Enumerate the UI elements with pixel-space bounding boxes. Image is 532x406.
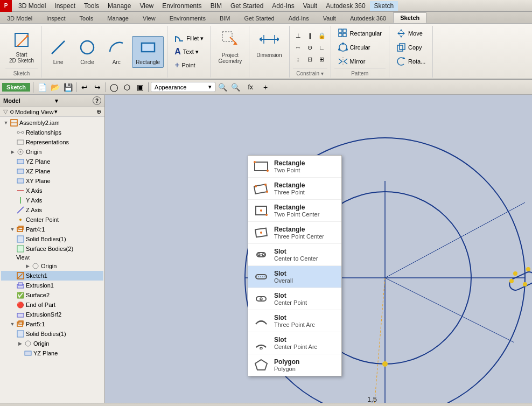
dropdown-item-slot-center-point-arc[interactable]: Slot Center Point Arc — [248, 332, 341, 354]
plus-btn[interactable]: + — [260, 81, 271, 93]
menu-inspect[interactable]: Inspect — [50, 1, 80, 11]
constrain-btn-4[interactable]: ↔ — [293, 42, 304, 53]
dimension-button[interactable]: Dimension — [253, 27, 285, 61]
fx-btn[interactable]: fx — [242, 81, 258, 93]
tree-xy-plane[interactable]: XY Plane — [1, 176, 103, 186]
view-settings-icon[interactable]: ⊕ — [96, 108, 101, 115]
tree-relationships[interactable]: Relationships — [1, 128, 103, 137]
constrain-btn-1[interactable]: ⊥ — [293, 30, 304, 41]
tab-autodesk-360[interactable]: Autodesk 360 — [343, 13, 393, 23]
tab-3d-model[interactable]: 3D Model — [0, 13, 39, 23]
dropdown-item-rect-three-point-center[interactable]: Rectangle Three Point Center — [248, 222, 341, 244]
tree-part4[interactable]: ▼ Part4:1 — [1, 225, 103, 234]
tree-yz-plane[interactable]: YZ Plane — [1, 157, 103, 166]
tree-origin[interactable]: ▶ Origin — [1, 147, 103, 157]
tree-representations[interactable]: Representations — [1, 137, 103, 147]
canvas-area[interactable]: 1,5 1,5 1,25 Rectangle Two Point — [105, 95, 532, 403]
copy-button[interactable]: Copy — [393, 41, 429, 54]
tab-vault[interactable]: Vault — [316, 13, 343, 23]
tree-z-axis[interactable]: Z Axis — [1, 205, 103, 215]
view-cube-btn[interactable]: ◯ — [108, 81, 120, 93]
constrain-btn-7[interactable]: ↕ — [293, 54, 304, 65]
tab-tools[interactable]: Tools — [73, 13, 101, 23]
tab-environments[interactable]: Environments — [163, 13, 213, 23]
tree-y-axis[interactable]: Y Axis — [1, 195, 103, 205]
open-btn[interactable]: 📂 — [49, 81, 61, 93]
zoom-btn[interactable]: 🔍 — [216, 81, 228, 93]
mirror-button[interactable]: Mirror — [334, 55, 386, 68]
redo-btn[interactable]: ↪ — [92, 81, 103, 93]
menu-autodesk-360[interactable]: Autodesk 360 — [321, 1, 369, 11]
tab-inspect[interactable]: Inspect — [39, 13, 72, 23]
zoom-out-btn[interactable]: 🔍 — [229, 81, 241, 93]
new-btn[interactable]: 📄 — [36, 81, 48, 93]
dropdown-item-rect-three-point[interactable]: Rectangle Three Point — [248, 178, 341, 200]
undo-btn[interactable]: ↩ — [79, 81, 90, 93]
menu-get-started[interactable]: Get Started — [226, 1, 268, 11]
rotate-button[interactable]: Rota... — [393, 55, 429, 68]
menu-tools[interactable]: Tools — [80, 1, 103, 11]
tab-add-ins[interactable]: Add-Ins — [282, 13, 316, 23]
start-2d-sketch-button[interactable]: Start2D Sketch — [5, 29, 38, 66]
tab-sketch[interactable]: Sketch — [393, 12, 426, 23]
text-button[interactable]: A Text ▾ — [171, 45, 202, 58]
constrain-btn-5[interactable]: ⊙ — [305, 42, 316, 53]
rectangular-button[interactable]: Rectangular — [334, 27, 386, 40]
project-geometry-button[interactable]: ProjectGeometry — [214, 27, 246, 67]
menu-add-ins[interactable]: Add-Ins — [268, 1, 298, 11]
save-btn[interactable]: 💾 — [62, 81, 74, 93]
menu-environments[interactable]: Environments — [158, 1, 206, 11]
constrain-btn-2[interactable]: ∥ — [305, 30, 316, 41]
dropdown-item-slot-overall[interactable]: Slot Overall — [248, 266, 341, 288]
dropdown-item-polygon[interactable]: Polygon Polygon — [248, 354, 341, 376]
tab-view[interactable]: View — [136, 13, 163, 23]
menu-sketch[interactable]: Sketch — [370, 1, 398, 11]
tree-extrusion-srf2[interactable]: ExtrusionSrf2 — [1, 310, 103, 319]
tree-end-of-part[interactable]: 🔴 End of Part — [1, 300, 103, 310]
menu-vault[interactable]: Vault — [299, 1, 321, 11]
constrain-btn-6[interactable]: ∟ — [317, 42, 327, 53]
dropdown-item-slot-center-point[interactable]: Slot Center Point — [248, 288, 341, 310]
tree-center-point[interactable]: Center Point — [1, 215, 103, 225]
tree-x-axis[interactable]: X Axis — [1, 186, 103, 195]
tree-yz-plane-part5[interactable]: YZ Plane — [1, 348, 103, 358]
circular-button[interactable]: Circular — [334, 41, 386, 54]
fillet-button[interactable]: Fillet ▾ — [171, 32, 207, 45]
tree-surface-bodies[interactable]: Surface Bodies(2) — [1, 244, 103, 254]
tree-sketch1[interactable]: Sketch1 — [1, 271, 103, 281]
circle-button[interactable]: Circle — [74, 36, 101, 68]
tree-assembly[interactable]: ▼ Assembly2.iam — [1, 118, 103, 128]
menu-manage[interactable]: Manage — [103, 1, 135, 11]
tab-bim[interactable]: BIM — [213, 13, 237, 23]
tab-manage[interactable]: Manage — [100, 13, 136, 23]
point-button[interactable]: + Point — [171, 59, 199, 72]
menu-3d-model[interactable]: 3D Model — [14, 1, 50, 11]
tree-view[interactable]: View: — [1, 254, 103, 261]
sidebar-dropdown-icon[interactable]: ▾ — [55, 97, 58, 104]
rectangle-button[interactable]: Rectangle — [132, 36, 164, 68]
dropdown-item-slot-three-point-arc[interactable]: Slot Three Point Arc — [248, 310, 341, 332]
view-btn-3[interactable]: ▣ — [134, 81, 146, 93]
tree-origin-sub[interactable]: ▶ Origin — [1, 261, 103, 271]
tree-xz-plane[interactable]: XZ Plane — [1, 166, 103, 176]
menu-view[interactable]: View — [135, 1, 158, 11]
move-button[interactable]: Move — [393, 27, 429, 40]
tree-origin-part5[interactable]: ▶ Origin — [1, 339, 103, 348]
view-btn-2[interactable]: ⬡ — [121, 81, 133, 93]
view-dropdown-icon[interactable]: ▾ — [54, 108, 58, 115]
constrain-btn-9[interactable]: ⊞ — [317, 54, 327, 65]
constrain-btn-8[interactable]: ⊡ — [305, 54, 316, 65]
tree-extrusion1[interactable]: Extrusion1 — [1, 281, 103, 290]
dropdown-item-slot-center-center[interactable]: Slot Center to Center — [248, 244, 341, 266]
dropdown-item-rect-two-point-center[interactable]: Rectangle Two Point Center — [248, 200, 341, 222]
tree-surface2[interactable]: ✅ Surface2 — [1, 290, 103, 300]
tree-solid-bodies-1[interactable]: Solid Bodies(1) — [1, 234, 103, 244]
appearance-dropdown[interactable]: Appearance ▾ — [151, 82, 215, 92]
arc-button[interactable]: Arc — [103, 36, 130, 68]
tree-solid-bodies-2[interactable]: Solid Bodies(1) — [1, 329, 103, 339]
menu-bim[interactable]: BIM — [206, 1, 226, 11]
dropdown-item-rect-two-point[interactable]: Rectangle Two Point — [248, 156, 341, 178]
sidebar-help-icon[interactable]: ? — [93, 96, 101, 105]
line-button[interactable]: Line — [45, 36, 72, 68]
tab-get-started[interactable]: Get Started — [237, 13, 281, 23]
